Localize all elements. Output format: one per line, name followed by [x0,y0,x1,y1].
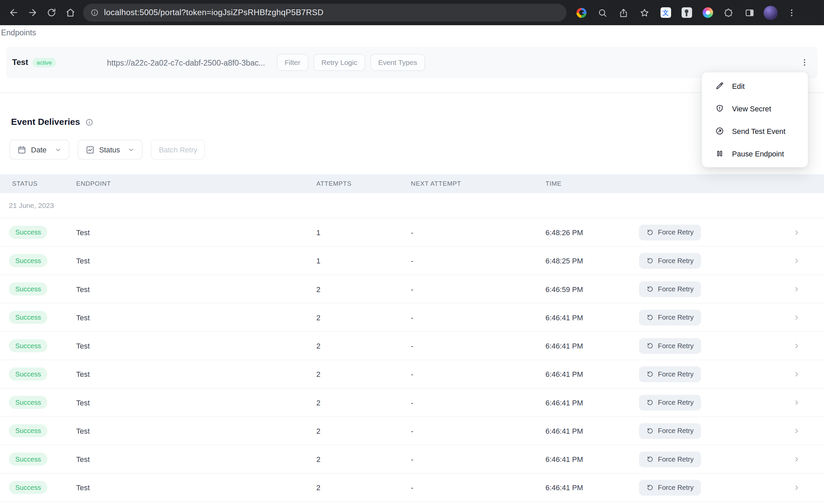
address-bar[interactable]: localhost:5005/portal?token=iogJsiZPsRHB… [83,4,566,22]
retry-icon [646,314,654,321]
status-badge: Success [9,282,47,295]
chevron-right-icon[interactable] [783,484,824,491]
status-badge: Success [9,453,47,466]
table-row[interactable]: Success Test 2 - 6:46:41 PM Force Retry [0,332,824,360]
site-info-icon[interactable] [91,8,99,17]
side-panel-icon[interactable] [741,4,758,21]
menu-item-pause-endpoint[interactable]: Pause Endpoint [702,142,808,165]
table-row[interactable]: Success Test 2 - 6:46:41 PM Force Retry [0,473,824,502]
attempts-cell: 2 [316,455,411,463]
next-attempt-cell: - [411,285,546,293]
retry-logic-pill[interactable]: Retry Logic [313,54,365,71]
force-retry-label: Force Retry [658,228,694,236]
endpoint-kebab-icon[interactable] [799,58,810,67]
table-row[interactable]: Success Test 2 - 6:46:41 PM Force Retry [0,389,824,417]
force-retry-button[interactable]: Force Retry [639,338,701,354]
header-time: TIME [546,180,639,187]
table-row[interactable]: Success Test 2 - 6:46:41 PM Force Retry [0,360,824,388]
menu-item-edit[interactable]: Edit [702,75,808,97]
endpoint-name: Test [12,58,28,67]
next-attempt-cell: - [411,256,546,265]
chevron-right-icon[interactable] [783,342,824,350]
header-status: STATUS [12,180,76,187]
force-retry-button[interactable]: Force Retry [639,423,701,439]
retry-icon [646,399,654,406]
next-attempt-cell: - [411,341,546,350]
batch-retry-button[interactable]: Batch Retry [151,140,205,159]
event-types-pill[interactable]: Event Types [370,54,425,71]
status-badge: Success [9,481,47,494]
chevron-right-icon[interactable] [783,285,824,293]
force-retry-label: Force Retry [658,257,694,264]
status-badge: Success [9,254,47,267]
force-retry-button[interactable]: Force Retry [639,451,701,467]
translate-extension-icon[interactable]: 文 [657,4,675,21]
endpoint-cell: Test [76,483,316,492]
back-icon[interactable] [4,3,23,22]
force-retry-button[interactable]: Force Retry [639,395,701,410]
reload-icon[interactable] [42,3,61,22]
table-row[interactable]: Success Test 1 - 6:48:25 PM Force Retry [0,247,824,275]
search-icon[interactable] [594,4,611,21]
force-retry-button[interactable]: Force Retry [639,253,701,268]
table-row[interactable]: Success Test 2 - 6:46:41 PM Force Retry [0,303,824,332]
browser-menu-icon[interactable] [783,4,800,21]
endpoint-cell: Test [76,228,316,237]
table-row[interactable]: Success Test 2 - 6:46:41 PM Force Retry [0,417,824,445]
force-retry-label: Force Retry [658,455,694,463]
home-icon[interactable] [61,3,80,22]
pause-icon [715,149,724,158]
table-row[interactable]: Success Test 2 - 6:46:41 PM Force Retry [0,445,824,473]
force-retry-label: Force Retry [658,285,694,293]
endpoints-section-label: Endpoints [1,28,824,37]
share-icon[interactable] [615,4,632,21]
chevron-right-icon[interactable] [783,427,824,434]
info-icon[interactable] [85,118,94,127]
chevron-right-icon[interactable] [783,314,824,321]
forward-icon[interactable] [23,3,42,22]
menu-item-label: Edit [732,82,745,90]
attempts-cell: 2 [316,427,411,435]
google-lens-icon[interactable] [573,4,590,21]
chevron-right-icon[interactable] [783,257,824,264]
retry-icon [646,229,654,236]
table-row[interactable]: Success Test 2 - 6:46:59 PM Force Retry [0,275,824,303]
extension-icon[interactable] [678,4,695,21]
force-retry-button[interactable]: Force Retry [639,366,701,382]
date-filter-button[interactable]: Date [9,140,69,159]
force-retry-button[interactable]: Force Retry [639,224,701,240]
endpoint-cell: Test [76,285,316,293]
attempts-cell: 2 [316,313,411,322]
chevron-down-icon [55,146,61,153]
table-header: STATUS ENDPOINT ATTEMPTS NEXT ATTEMPT TI… [0,174,824,193]
force-retry-button[interactable]: Force Retry [639,479,701,495]
chevron-right-icon[interactable] [783,456,824,463]
chevron-right-icon[interactable] [783,399,824,406]
chevron-right-icon[interactable] [783,229,824,236]
endpoint-cell: Test [76,313,316,322]
header-attempts: ATTEMPTS [316,180,411,187]
filter-pill[interactable]: Filter [277,54,308,71]
force-retry-label: Force Retry [658,483,694,491]
force-retry-button[interactable]: Force Retry [639,281,701,297]
status-badge: Success [9,339,47,352]
status-filter-label: Status [99,145,120,154]
attempts-cell: 1 [316,256,411,265]
browser-toolbar: localhost:5005/portal?token=iogJsiZPsRHB… [0,0,824,25]
attempts-cell: 2 [316,341,411,350]
force-retry-button[interactable]: Force Retry [639,310,701,325]
bookmark-star-icon[interactable] [636,4,653,21]
retry-icon [646,427,654,434]
next-attempt-cell: - [411,313,546,322]
time-cell: 6:46:41 PM [546,427,639,435]
menu-item-view-secret[interactable]: View Secret [702,97,808,120]
retry-icon [646,257,654,264]
table-row[interactable]: Success Test 1 - 6:48:26 PM Force Retry [0,218,824,247]
chevron-right-icon[interactable] [783,370,824,378]
status-filter-button[interactable]: Status [77,140,142,159]
time-cell: 6:48:26 PM [546,228,639,237]
extensions-puzzle-icon[interactable] [720,4,737,21]
avatar[interactable] [762,4,780,21]
menu-item-send-test-event[interactable]: Send Test Event [702,120,808,142]
colorful-extension-icon[interactable] [699,4,716,21]
